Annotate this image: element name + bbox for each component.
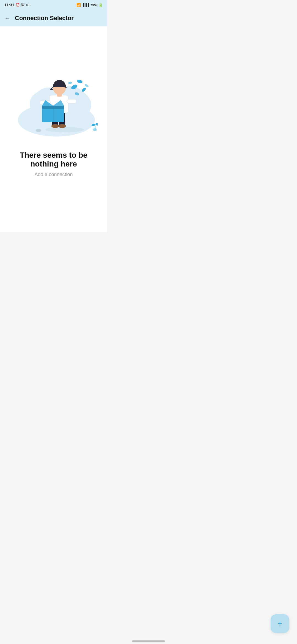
dot-indicator: • [30, 4, 31, 7]
battery-icon: 🔋 [98, 3, 103, 7]
svg-point-20 [36, 129, 41, 132]
svg-point-5 [58, 124, 66, 128]
empty-state-subtitle: Add a connection [34, 172, 73, 178]
svg-point-4 [51, 124, 59, 128]
svg-rect-8 [67, 99, 76, 103]
main-content: There seems to be nothing here Add a con… [0, 26, 107, 232]
svg-point-19 [84, 83, 89, 88]
svg-point-18 [68, 81, 72, 84]
status-right-icons: 📶 ▐▐▐ 73% 🔋 [76, 3, 103, 7]
empty-state-illustration [10, 65, 98, 142]
page-title: Connection Selector [15, 15, 74, 22]
msg-icon: ✉ [26, 3, 28, 7]
clock-icon: ⏰ [16, 3, 20, 7]
battery-text: 73% [90, 3, 97, 7]
status-bar: 11:31 ⏰ 🖼 ✉ • 📶 ▐▐▐ 73% 🔋 [0, 0, 107, 10]
wifi-icon: 📶 [76, 3, 81, 7]
top-app-bar: ← Connection Selector [0, 10, 107, 26]
signal-icon: ▐▐▐ [82, 3, 89, 7]
gallery-icon: 🖼 [21, 3, 24, 7]
status-time: 11:31 [4, 3, 14, 7]
svg-point-24 [95, 123, 98, 126]
back-button[interactable]: ← [4, 15, 10, 21]
svg-point-1 [45, 127, 84, 132]
svg-point-15 [77, 79, 83, 84]
empty-state-title: There seems to be nothing here [6, 151, 102, 168]
